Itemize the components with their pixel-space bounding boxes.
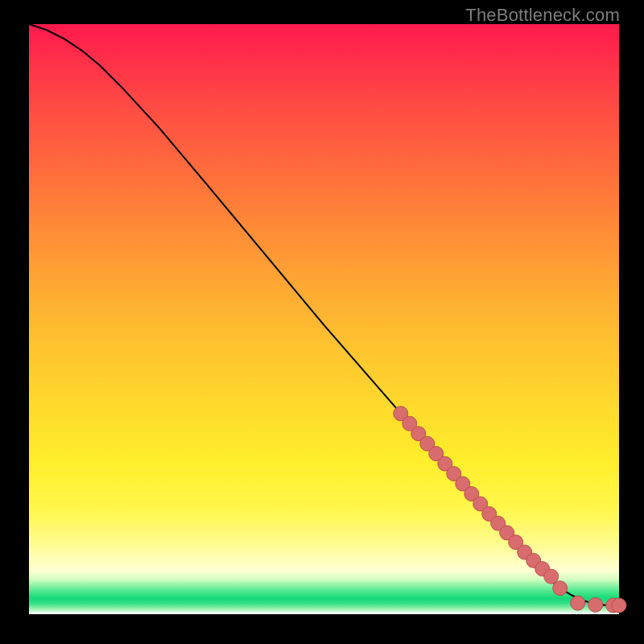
data-point bbox=[553, 581, 568, 596]
chart-overlay bbox=[29, 24, 619, 614]
marker-group bbox=[394, 407, 626, 613]
data-point bbox=[544, 569, 559, 584]
curve-line bbox=[29, 24, 619, 605]
curve-path bbox=[29, 24, 619, 605]
data-point bbox=[571, 596, 585, 610]
chart-frame: TheBottleneck.com bbox=[0, 0, 644, 644]
data-point bbox=[588, 597, 603, 612]
data-point bbox=[612, 598, 626, 613]
attribution-label: TheBottleneck.com bbox=[465, 5, 620, 26]
